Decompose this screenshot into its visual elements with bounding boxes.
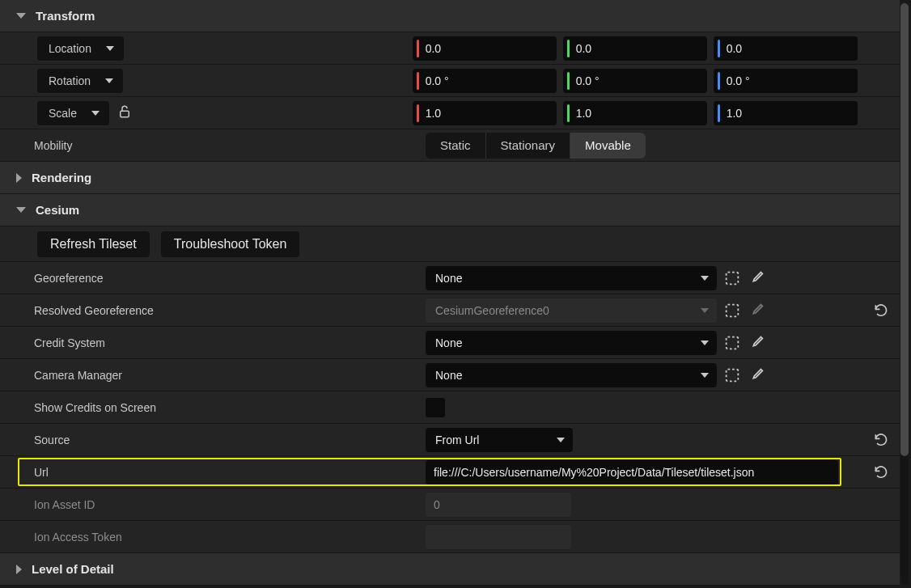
cesium-buttons-row: Refresh Tileset Troubleshoot Token [0, 226, 900, 262]
show-credits-label: Show Credits on Screen [34, 401, 156, 414]
chevron-down-icon [16, 13, 26, 19]
row-rotation: Rotation 0.0 ° 0.0 ° 0.0 ° [0, 65, 900, 97]
section-header-transform[interactable]: Transform [0, 0, 900, 32]
location-y-input[interactable]: 0.0 [563, 36, 707, 61]
section-title-transform: Transform [36, 9, 95, 23]
pick-actor-icon[interactable] [748, 366, 765, 384]
row-url: Url file:///C:/Users/username/My%20Proje… [0, 456, 900, 489]
lock-open-icon[interactable] [117, 104, 132, 121]
scrollbar-thumb[interactable] [900, 3, 909, 456]
row-resolved-georeference: Resolved Georeference CesiumGeoreference… [0, 294, 900, 327]
ion-asset-id-label: Ion Asset ID [34, 498, 95, 511]
url-input[interactable]: file:///C:/Users/username/My%20Project/D… [426, 460, 838, 484]
chevron-right-icon [16, 565, 22, 574]
credit-system-label: Credit System [34, 336, 105, 349]
location-label: Location [49, 42, 91, 55]
chevron-down-icon [701, 276, 709, 281]
svg-rect-3 [727, 336, 739, 349]
mobility-stationary[interactable]: Stationary [486, 133, 571, 159]
pick-actor-icon[interactable] [748, 334, 765, 352]
row-ion-asset-id: Ion Asset ID 0 [0, 489, 900, 521]
svg-rect-1 [727, 272, 739, 284]
refresh-tileset-button[interactable]: Refresh Tileset [37, 231, 150, 257]
mobility-label: Mobility [34, 139, 72, 152]
chevron-down-icon [701, 341, 709, 345]
use-selected-icon[interactable] [723, 334, 741, 352]
rotation-label: Rotation [49, 74, 91, 87]
row-ion-access-token: Ion Access Token [0, 521, 900, 553]
scale-y-input[interactable]: 1.0 [563, 101, 707, 125]
ion-asset-id-input: 0 [426, 493, 571, 517]
chevron-right-icon [16, 173, 22, 183]
section-title-lod: Level of Detail [32, 562, 114, 576]
use-selected-icon[interactable] [723, 302, 741, 319]
location-dropdown[interactable]: Location [37, 36, 124, 61]
georeference-label: Georeference [34, 272, 104, 285]
rotation-dropdown[interactable]: Rotation [37, 69, 123, 93]
rotation-z-input[interactable]: 0.0 ° [714, 69, 858, 93]
chevron-down-icon [106, 46, 114, 51]
chevron-down-icon [91, 111, 100, 116]
chevron-down-icon [557, 438, 565, 442]
row-mobility: Mobility Static Stationary Movable [0, 129, 900, 162]
resolved-georeference-label: Resolved Georeference [34, 304, 154, 317]
rotation-x-input[interactable]: 0.0 ° [413, 69, 557, 93]
mobility-segmented: Static Stationary Movable [426, 133, 646, 159]
row-source: Source From Url [0, 424, 900, 456]
reset-to-default-icon[interactable] [873, 302, 889, 319]
section-header-rendering[interactable]: Rendering [0, 162, 900, 194]
show-credits-checkbox[interactable] [426, 398, 445, 417]
pick-actor-icon[interactable] [748, 269, 765, 287]
chevron-down-icon [701, 308, 709, 313]
scale-x-input[interactable]: 1.0 [413, 101, 557, 125]
chevron-down-icon [701, 373, 709, 378]
svg-rect-4 [727, 369, 739, 381]
mobility-static[interactable]: Static [426, 133, 486, 159]
camera-manager-dropdown[interactable]: None [426, 363, 717, 387]
scale-dropdown[interactable]: Scale [37, 101, 109, 125]
chevron-down-icon [105, 78, 113, 83]
row-georeference: Georeference None [0, 262, 900, 294]
rotation-y-input[interactable]: 0.0 ° [563, 69, 707, 93]
georeference-dropdown[interactable]: None [426, 266, 717, 290]
source-dropdown[interactable]: From Url [426, 428, 573, 452]
camera-manager-label: Camera Manager [34, 369, 122, 382]
url-label: Url [34, 466, 49, 479]
section-header-cesium[interactable]: Cesium [0, 194, 900, 226]
row-location: Location 0.0 0.0 0.0 [0, 32, 900, 65]
chevron-down-icon [16, 207, 26, 213]
ion-access-token-input [426, 525, 571, 549]
section-header-lod[interactable]: Level of Detail [0, 553, 900, 586]
source-label: Source [34, 434, 70, 446]
resolved-georeference-dropdown: CesiumGeoreference0 [426, 298, 717, 323]
details-panel: Transform Location 0.0 0.0 0.0 Rotation [0, 0, 900, 586]
location-x-input[interactable]: 0.0 [413, 36, 557, 61]
row-show-credits: Show Credits on Screen [0, 391, 900, 424]
svg-rect-0 [121, 111, 129, 117]
use-selected-icon[interactable] [723, 269, 741, 287]
scale-label: Scale [49, 107, 77, 120]
reset-to-default-icon[interactable] [873, 432, 889, 448]
section-title-rendering: Rendering [32, 171, 91, 184]
ion-access-token-label: Ion Access Token [34, 531, 122, 544]
reset-to-default-icon[interactable] [873, 464, 889, 480]
svg-rect-2 [727, 304, 739, 316]
location-z-input[interactable]: 0.0 [714, 36, 858, 61]
troubleshoot-token-button[interactable]: Troubleshoot Token [161, 231, 300, 257]
credit-system-dropdown[interactable]: None [426, 331, 717, 355]
mobility-movable[interactable]: Movable [570, 133, 646, 159]
section-title-cesium: Cesium [36, 203, 79, 217]
use-selected-icon[interactable] [723, 366, 741, 384]
row-scale: Scale 1.0 1.0 1.0 [0, 97, 900, 129]
row-credit-system: Credit System None [0, 327, 900, 359]
scrollbar-track[interactable] [900, 3, 909, 585]
scale-z-input[interactable]: 1.0 [714, 101, 858, 125]
row-camera-manager: Camera Manager None [0, 359, 900, 391]
pick-actor-icon [748, 302, 765, 319]
